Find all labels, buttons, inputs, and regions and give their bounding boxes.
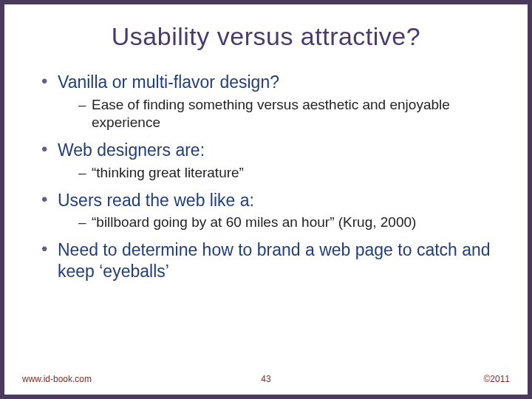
footer-url: www.id-book.com (22, 374, 92, 384)
sub-bullet-item: Ease of finding something versus aesthet… (78, 96, 504, 132)
bullet-text: Vanilla or multi-flavor design? (58, 72, 279, 92)
bullet-item: Need to determine how to brand a web pag… (41, 239, 504, 282)
sub-bullet-item: “billboard going by at 60 miles an hour”… (78, 214, 504, 232)
bullet-list: Vanilla or multi-flavor design? Ease of … (28, 72, 504, 282)
bullet-item: Users read the web like a: “billboard go… (41, 190, 504, 232)
slide-title: Usability versus attractive? (28, 22, 504, 51)
slide: Usability versus attractive? Vanilla or … (4, 4, 528, 395)
footer: www.id-book.com 43 ©2011 (22, 374, 510, 384)
bullet-text: Web designers are: (58, 140, 205, 160)
bullet-text: Users read the web like a: (58, 191, 254, 210)
sub-list: “billboard going by at 60 miles an hour”… (58, 214, 504, 232)
bullet-text: Need to determine how to brand a web pag… (58, 240, 491, 281)
sub-list: “thinking great literature” (58, 164, 504, 183)
page-number: 43 (261, 374, 270, 384)
bullet-item: Vanilla or multi-flavor design? Ease of … (41, 72, 504, 132)
copyright: ©2011 (483, 374, 510, 384)
sub-bullet-item: “thinking great literature” (78, 164, 504, 183)
bullet-item: Web designers are: “thinking great liter… (41, 140, 504, 182)
sub-list: Ease of finding something versus aesthet… (58, 96, 504, 132)
